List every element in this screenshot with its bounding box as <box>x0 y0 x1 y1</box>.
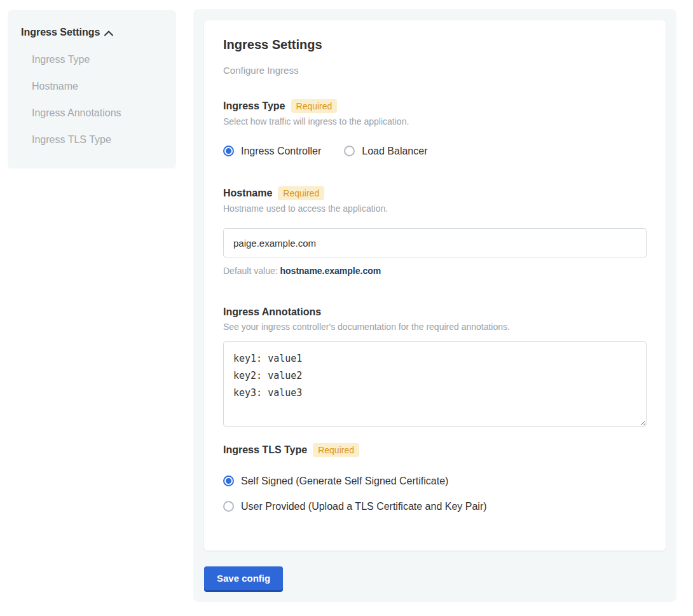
required-badge: Required <box>313 443 359 457</box>
ingress-settings-card: Ingress Settings Configure Ingress Ingre… <box>204 20 666 551</box>
sidebar-item-list: Ingress Type Hostname Ingress Annotation… <box>21 53 163 146</box>
ingress-type-label: Ingress Type <box>223 100 285 113</box>
card-title: Ingress Settings <box>223 37 647 52</box>
tls-heading: Ingress TLS Type Required <box>223 443 647 457</box>
hostname-input[interactable] <box>223 228 647 257</box>
sidebar-item-ingress-tls-type[interactable]: Ingress TLS Type <box>32 133 163 146</box>
radio-option-label: Ingress Controller <box>241 145 321 157</box>
sidebar-item-ingress-type[interactable]: Ingress Type <box>32 53 163 65</box>
radio-unselected-icon <box>223 501 234 512</box>
sidebar-group-ingress-settings[interactable]: Ingress Settings <box>21 26 163 39</box>
default-value-text: hostname.example.com <box>280 266 381 276</box>
radio-option-ingress-controller[interactable]: Ingress Controller <box>223 145 321 157</box>
annotations-textarea[interactable]: key1: value1 key2: value2 key3: value3 <box>223 341 647 427</box>
radio-selected-icon <box>223 476 234 486</box>
config-nav-sidebar: Ingress Settings Ingress Type Hostname I… <box>8 10 176 168</box>
radio-option-label: User Provided (Upload a TLS Certificate … <box>241 500 487 512</box>
ingress-type-heading: Ingress Type Required <box>223 99 647 113</box>
tls-label: Ingress TLS Type <box>223 444 307 456</box>
tls-options: Self Signed (Generate Self Signed Certif… <box>223 475 647 512</box>
hostname-heading: Hostname Required <box>223 186 647 200</box>
radio-option-self-signed[interactable]: Self Signed (Generate Self Signed Certif… <box>223 475 647 487</box>
card-subtitle: Configure Ingress <box>223 65 647 76</box>
required-badge: Required <box>278 186 324 200</box>
save-config-button[interactable]: Save config <box>204 566 283 590</box>
radio-option-label: Load Balancer <box>362 145 427 157</box>
default-value-prefix: Default value: <box>223 266 280 276</box>
field-ingress-type: Ingress Type Required Select how traffic… <box>223 99 647 157</box>
field-ingress-annotations: Ingress Annotations See your ingress con… <box>223 306 647 429</box>
hostname-default-line: Default value: hostname.example.com <box>223 266 647 277</box>
sidebar-item-hostname[interactable]: Hostname <box>32 80 163 92</box>
annotations-help: See your ingress controller's documentat… <box>223 322 647 332</box>
radio-selected-icon <box>223 146 234 156</box>
hostname-help: Hostname used to access the application. <box>223 203 647 214</box>
radio-option-load-balancer[interactable]: Load Balancer <box>344 145 427 157</box>
sidebar-item-ingress-annotations[interactable]: Ingress Annotations <box>32 107 163 119</box>
radio-option-label: Self Signed (Generate Self Signed Certif… <box>241 475 448 487</box>
chevron-up-icon <box>104 31 113 36</box>
field-hostname: Hostname Required Hostname used to acces… <box>223 186 647 277</box>
ingress-type-help: Select how traffic will ingress to the a… <box>223 116 647 127</box>
annotations-heading: Ingress Annotations <box>223 306 647 318</box>
radio-unselected-icon <box>344 146 355 156</box>
hostname-label: Hostname <box>223 187 272 200</box>
annotations-label: Ingress Annotations <box>223 306 321 318</box>
ingress-type-options: Ingress Controller Load Balancer <box>223 145 647 157</box>
radio-option-user-provided[interactable]: User Provided (Upload a TLS Certificate … <box>223 500 647 512</box>
field-ingress-tls-type: Ingress TLS Type Required Self Signed (G… <box>223 443 647 512</box>
sidebar-group-label: Ingress Settings <box>21 26 100 39</box>
required-badge: Required <box>291 99 338 113</box>
config-panel: Ingress Settings Configure Ingress Ingre… <box>193 9 676 602</box>
